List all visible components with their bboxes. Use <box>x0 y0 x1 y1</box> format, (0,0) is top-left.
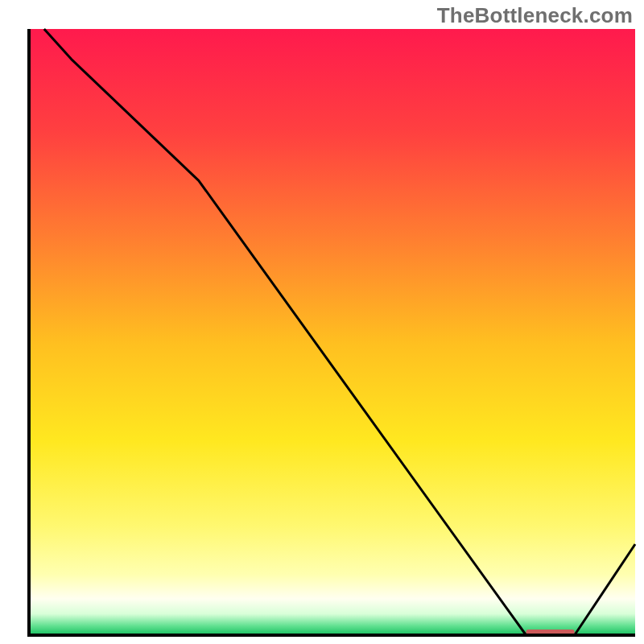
plot-background <box>29 29 635 635</box>
chart-svg <box>0 0 644 644</box>
chart-container: TheBottleneck.com <box>0 0 644 644</box>
